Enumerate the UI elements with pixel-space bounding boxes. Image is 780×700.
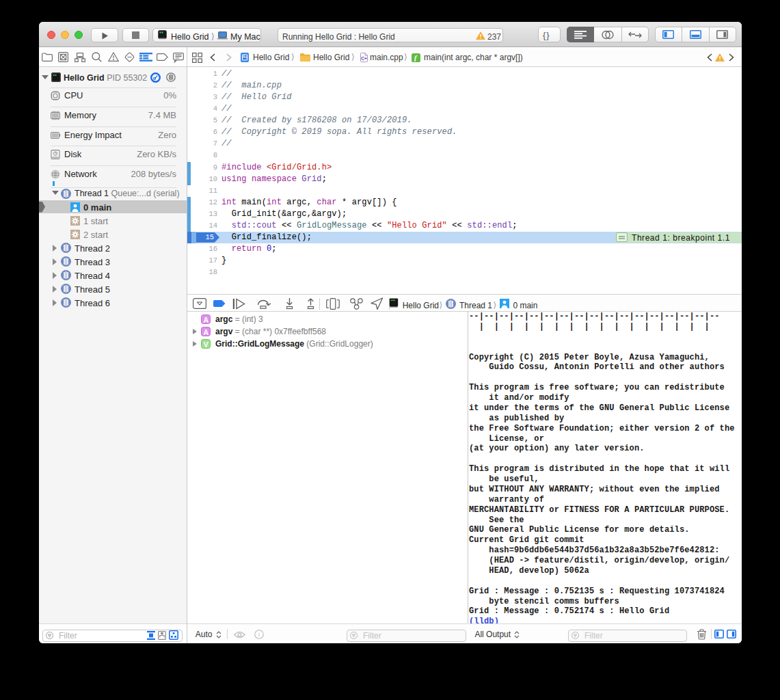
svg-text:C+: C+ bbox=[361, 56, 367, 61]
svg-text:i: i bbox=[258, 631, 260, 638]
